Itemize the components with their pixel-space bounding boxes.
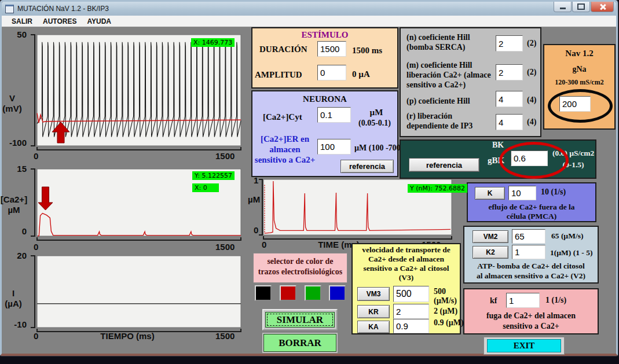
ca-er-label-2: almacen <box>252 145 317 155</box>
calcium-x1: 1500 <box>215 242 235 252</box>
estimulo-title: ESTÍMULO <box>252 30 397 40</box>
neurona-panel: NEURONA [Ca2+]Cyt µM (0.05-0.1) [Ca2+]ER… <box>251 90 398 177</box>
current-ylabel-unit: (µA) <box>0 299 27 308</box>
vm3-input[interactable] <box>393 286 429 302</box>
menu-salir[interactable]: SALIR <box>6 17 38 25</box>
kf-unit: 1 (1/s) <box>545 296 566 305</box>
current-x0: 0 <box>34 331 38 341</box>
close-icon <box>599 3 606 10</box>
ka-input[interactable] <box>393 319 429 333</box>
current-ymax: 20 <box>8 251 27 260</box>
amplitud-unit: 0 µA <box>352 69 370 79</box>
er-x0: 0 <box>262 240 266 249</box>
v3-panel: velocidad de transporte de Ca2+ desde el… <box>351 243 461 334</box>
vm2-input[interactable] <box>512 229 545 244</box>
voltage-ylabel: V <box>0 93 24 103</box>
trace-color-green-swatch[interactable] <box>305 285 321 301</box>
voltage-x0: 0 <box>34 151 38 161</box>
trace-color-black-swatch[interactable] <box>255 285 272 301</box>
ca-er-unit: µM (100 -700) <box>354 144 403 153</box>
minimize-icon <box>560 8 566 9</box>
current-ymin: -10 <box>5 319 27 329</box>
simular-button-frame: SIMULAR <box>262 309 338 330</box>
simular-button[interactable]: SIMULAR <box>265 312 335 328</box>
exit-button-frame: EXIT <box>484 337 565 355</box>
gbk-label: gBK <box>488 156 504 166</box>
desktop-background: { "window": { "title": "MUTACIÓN NaV 1.2… <box>0 0 619 364</box>
current-plot[interactable] <box>28 253 243 334</box>
pmca-desc-1: eflujo de Ca2+ fuera de la <box>468 203 595 212</box>
ca-er-input[interactable] <box>317 139 351 155</box>
ca-cyt-range: (0.05-0.1) <box>352 119 397 128</box>
color-selector-panel: selector de color de trazos electrofisio… <box>253 253 347 283</box>
kr-unit: 2 (µM) <box>434 307 457 316</box>
amplitud-label: AMPLITUD <box>255 70 302 80</box>
gbk-range: (0-1.5) <box>552 160 594 170</box>
gbk-input[interactable] <box>511 150 548 166</box>
minimize-button[interactable] <box>554 2 572 12</box>
ka-button[interactable]: KA <box>357 321 390 333</box>
vm3-button[interactable]: VM3 <box>357 287 390 301</box>
er-ylabel: µM <box>248 194 260 204</box>
vm2-button[interactable]: VM2 <box>473 230 508 243</box>
selector-label-2: trazos electrofisiológicos <box>254 267 347 277</box>
ca-er-label-3: sensitivo a Ca2+ <box>250 155 320 165</box>
duracion-input[interactable] <box>317 41 346 57</box>
current-xlabel: TIEMPO (ms) <box>69 331 185 341</box>
k2-button[interactable]: K2 <box>473 246 508 259</box>
voltage-ylabel-unit: (mV) <box>0 104 24 113</box>
k-input[interactable] <box>508 186 536 200</box>
gna-input[interactable] <box>559 96 591 112</box>
fuga-desc-1: fuga de Ca2+ del almacen <box>464 311 598 321</box>
hill-m-nominal: (2) <box>527 68 536 77</box>
bk-referencia-button[interactable]: referencia <box>409 158 479 172</box>
exit-button[interactable]: EXIT <box>487 339 561 352</box>
hill-m-label-1: (m) coeficiente Hill <box>406 61 473 70</box>
title-bar[interactable]: MUTACIÓN NaV 1.2 - BK/IP3 <box>2 2 616 16</box>
v3-title-1: velocidad de transporte de <box>353 245 460 255</box>
hill-p-label: (p) coeficiente Hill <box>406 97 470 106</box>
k-button[interactable]: K <box>475 187 505 200</box>
hill-n-nominal: (2) <box>527 39 536 48</box>
voltage-plot[interactable] <box>28 32 243 155</box>
hill-m-input[interactable] <box>496 64 523 80</box>
k2-input[interactable] <box>512 245 545 259</box>
maximize-button[interactable] <box>572 2 590 12</box>
er-ymin: 0 <box>254 225 258 235</box>
kf-input[interactable] <box>506 293 540 308</box>
fuga-desc-2: sensitivo a Ca2+ <box>464 322 598 331</box>
selector-label-1: selector de color de <box>254 257 347 266</box>
menu-autores[interactable]: AUTORES <box>38 17 82 25</box>
duracion-unit: 1500 ms <box>352 46 382 56</box>
kr-button[interactable]: KR <box>357 305 390 318</box>
menu-ayuda[interactable]: AYUDA <box>82 17 116 25</box>
kr-input[interactable] <box>393 304 429 319</box>
calcium-ymin: 0 <box>8 226 27 236</box>
v3-title-3: sensitivo a Ca2+ al citosol <box>353 264 460 273</box>
serca-desc-2: al almacen sensitivo a Ca2+ (V2) <box>464 271 598 281</box>
trace-color-red-swatch[interactable] <box>280 285 296 301</box>
hill-r-label-1: (r) liberación <box>406 112 452 121</box>
borrar-button[interactable]: BORRAR <box>263 334 336 352</box>
amplitud-input[interactable] <box>317 65 346 80</box>
close-button[interactable] <box>591 2 614 12</box>
neurona-referencia-button[interactable]: referencia <box>340 160 394 173</box>
calcium-ymax: 15 <box>8 164 27 174</box>
window-controls <box>553 2 614 12</box>
k-unit: 10 (1/s) <box>541 187 566 197</box>
ca-cyt-input[interactable] <box>317 107 351 123</box>
voltage-x1: 1500 <box>215 151 235 161</box>
hill-r-input[interactable] <box>496 114 523 130</box>
hill-p-input[interactable] <box>496 91 523 107</box>
hill-n-input[interactable] <box>496 35 523 52</box>
bk-panel: BK referencia gBK (0.6) µS/cm2 (0-1.5) <box>400 139 596 179</box>
hill-m-label-3: sensitivo a Ca2+) <box>406 80 466 90</box>
maximize-icon <box>577 3 585 10</box>
current-ylabel: I <box>0 288 27 298</box>
hill-n-label-1: (n) coeficiente Hill <box>406 33 470 42</box>
pmca-panel: K 10 (1/s) eflujo de Ca2+ fuera de la cé… <box>467 182 596 222</box>
fuga-panel: kf 1 (1/s) fuga de Ca2+ del almacen sens… <box>463 288 599 334</box>
calcium-x0: 0 <box>34 242 38 252</box>
trace-color-blue-swatch[interactable] <box>329 285 346 301</box>
hill-r-label-2: dependiente de IP3 <box>406 122 473 131</box>
